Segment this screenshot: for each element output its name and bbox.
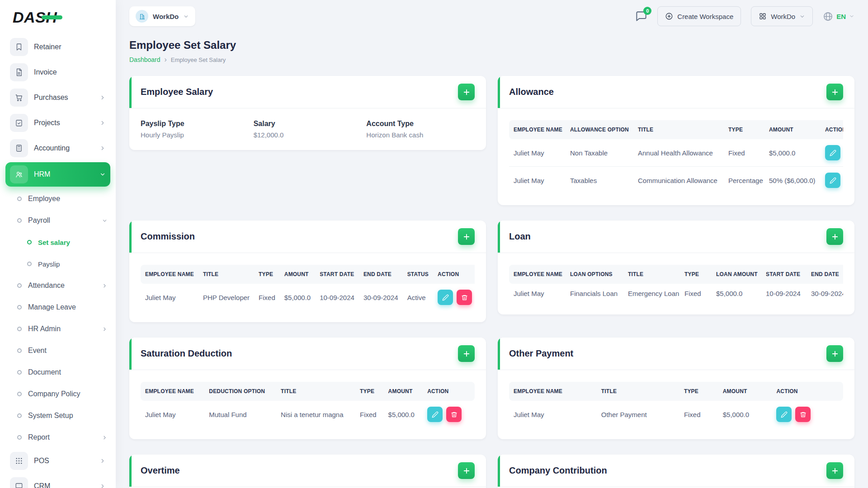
sidebar-item-label: Employee	[28, 195, 60, 203]
sidebar-item-label: Purchases	[34, 94, 68, 102]
sidebar-item-crm[interactable]: CRM	[5, 474, 110, 488]
commission-table: EMPLOYEE NAMETITLETYPEAMOUNTSTART DATEEN…	[141, 265, 475, 311]
saturation-deduction-card: Saturation Deduction EMPLOYEE NAMEDEDUCT…	[129, 338, 486, 439]
breadcrumb-dashboard-link[interactable]: Dashboard	[129, 56, 160, 63]
plus-icon	[831, 88, 839, 96]
allowance-table: EMPLOYEE NAMEALLOWANCE OPTIONTITLETYPEAM…	[509, 120, 843, 194]
allowance-card: Allowance EMPLOYEE NAMEALLOWANCE OPTIONT…	[498, 76, 854, 205]
table-cell: Fixed	[355, 401, 384, 428]
field-value: Horizon Bank cash	[366, 131, 475, 139]
edit-pencil-icon	[830, 177, 836, 184]
plus-circle-icon	[665, 12, 673, 20]
edit-button[interactable]	[776, 407, 792, 422]
edit-button[interactable]	[427, 407, 443, 422]
table-cell: Other Payment	[597, 401, 679, 428]
sidebar-item-label: Document	[28, 368, 61, 376]
card-title: Allowance	[509, 87, 554, 97]
sidebar-item-invoice[interactable]: Invoice	[5, 60, 110, 85]
trash-icon	[451, 411, 458, 418]
bullet-icon	[17, 435, 22, 440]
field-value: $12,000.0	[254, 131, 362, 139]
sidebar-item-employee[interactable]: Employee	[5, 188, 110, 210]
sidebar-item-pos[interactable]: POS	[5, 448, 110, 474]
cards-grid: Employee Salary Payslip Type Hourly Pays…	[129, 76, 854, 488]
workspace-building-icon	[136, 10, 148, 23]
add-allowance-button[interactable]	[826, 84, 843, 100]
sidebar-item-company-policy[interactable]: Company Policy	[5, 383, 110, 405]
language-selector[interactable]: EN	[823, 11, 854, 22]
sidebar-item-label: System Setup	[28, 412, 73, 420]
chevron-right-icon	[102, 326, 108, 332]
sidebar-item-retainer[interactable]: Retainer	[5, 34, 110, 60]
messages-button[interactable]: 0	[635, 10, 647, 23]
table-cell: Fixed	[724, 139, 764, 167]
commission-card: Commission EMPLOYEE NAMETITLETYPEAMOUNTS…	[129, 221, 486, 322]
delete-button[interactable]	[795, 407, 811, 422]
sidebar-item-event[interactable]: Event	[5, 340, 110, 361]
create-workspace-button[interactable]: Create Workspace	[657, 6, 741, 26]
bullet-icon	[17, 413, 22, 418]
workspace-menu-label: WorkDo	[771, 13, 795, 20]
sidebar-item-accounting[interactable]: Accounting	[5, 136, 110, 161]
add-overtime-button[interactable]	[458, 462, 475, 479]
saturation-deduction-table: EMPLOYEE NAMEDEDUCTION OPTIONTITLETYPEAM…	[141, 382, 475, 428]
card-header: Company Contribution	[498, 455, 854, 487]
sidebar-item-label: Payroll	[28, 216, 50, 225]
edit-pencil-icon	[442, 294, 449, 301]
sidebar-item-attendance[interactable]: Attendance	[5, 275, 110, 296]
sidebar-item-set-salary[interactable]: Set salary	[5, 231, 110, 253]
add-saturation-deduction-button[interactable]	[458, 345, 475, 362]
sidebar-item-hrm[interactable]: HRM	[5, 162, 110, 187]
sidebar: DASH Retainer Invoice Purchases Projects…	[0, 0, 116, 488]
column-header: AMOUNT	[384, 382, 423, 401]
invoice-icon	[10, 63, 28, 81]
sidebar-item-hr-admin[interactable]: HR Admin	[5, 318, 110, 340]
add-other-payment-button[interactable]	[826, 345, 843, 362]
column-header: LOAN AMOUNT	[712, 265, 761, 284]
field-label: Account Type	[366, 120, 475, 128]
column-header: TITLE	[198, 265, 254, 284]
add-employee-salary-button[interactable]	[458, 84, 475, 100]
column-header: TYPE	[680, 265, 712, 284]
app-logo[interactable]: DASH	[0, 0, 116, 34]
sidebar-item-payroll[interactable]: Payroll	[5, 210, 110, 231]
table-cell: $5,000.0	[280, 284, 315, 311]
add-commission-button[interactable]	[458, 228, 475, 245]
field-label: Salary	[254, 120, 362, 128]
logo-dash-accent	[42, 15, 62, 19]
edit-button[interactable]	[438, 290, 453, 305]
delete-button[interactable]	[457, 290, 472, 305]
table-cell: Percentage	[724, 167, 764, 194]
page-content: Employee Set Salary Dashboard › Employee…	[116, 33, 868, 488]
table-cell: Non Taxable	[566, 139, 633, 167]
edit-button[interactable]	[825, 145, 840, 160]
table-row: Juliet MayFinancials LoanEmergency LoanF…	[509, 284, 843, 303]
sidebar-item-system-setup[interactable]: System Setup	[5, 405, 110, 427]
actions-cell	[423, 401, 475, 428]
add-company-contribution-button[interactable]	[826, 462, 843, 479]
workspace-select[interactable]: WorkDo	[129, 6, 195, 26]
sidebar-item-payslip[interactable]: Payslip	[5, 253, 110, 275]
workspace-menu-button[interactable]: WorkDo	[751, 6, 813, 26]
plus-icon	[462, 350, 471, 358]
table-cell: Juliet May	[141, 401, 204, 428]
edit-pencil-icon	[830, 150, 836, 156]
add-loan-button[interactable]	[826, 228, 843, 245]
delete-button[interactable]	[446, 407, 462, 422]
sidebar-item-label: Invoice	[34, 68, 57, 76]
sidebar-item-document[interactable]: Document	[5, 361, 110, 383]
sidebar-item-label: POS	[34, 457, 49, 465]
sidebar-item-report[interactable]: Report	[5, 427, 110, 448]
table-cell: Juliet May	[509, 167, 566, 194]
table-row: Juliet MayNon TaxableAnnual Health Allow…	[509, 139, 843, 167]
sidebar-item-purchases[interactable]: Purchases	[5, 85, 110, 110]
column-header: STATUS	[403, 265, 433, 284]
bullet-icon	[17, 327, 22, 331]
card-title: Other Payment	[509, 348, 573, 359]
grid-dots-icon	[10, 452, 28, 470]
bullet-icon	[17, 197, 22, 201]
table-cell: Communication Allowance	[633, 167, 724, 194]
sidebar-item-projects[interactable]: Projects	[5, 110, 110, 136]
sidebar-item-manage-leave[interactable]: Manage Leave	[5, 296, 110, 318]
edit-button[interactable]	[825, 173, 840, 188]
